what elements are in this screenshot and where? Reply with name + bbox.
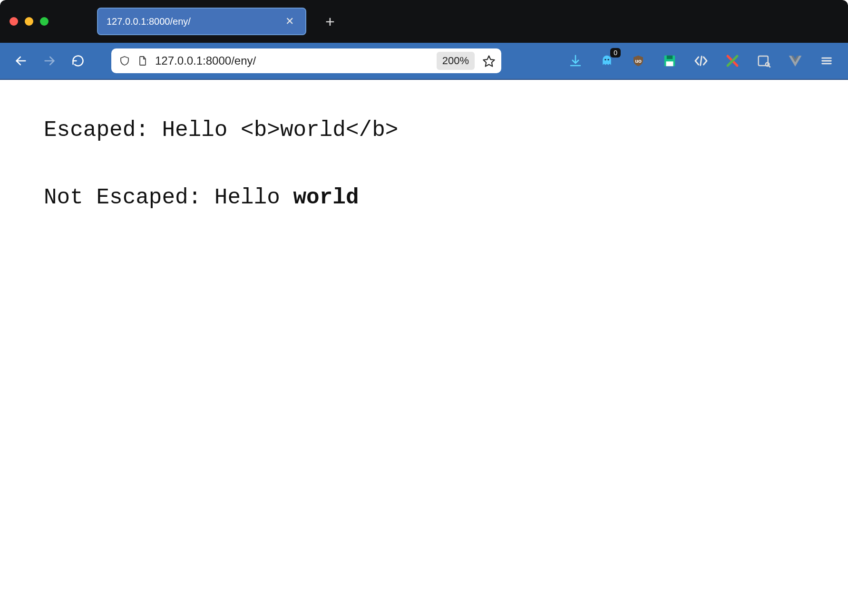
page-icon: [137, 55, 148, 67]
toolbar-extensions: 0 uo: [567, 53, 837, 69]
app-menu-button[interactable]: [819, 53, 835, 69]
hamburger-icon: [820, 54, 833, 67]
url-bar[interactable]: 127.0.0.1:8000/eny/ 200%: [111, 48, 501, 73]
tab-title: 127.0.0.1:8000/eny/: [107, 16, 283, 27]
page-content: Escaped: Hello <b>world</b> Not Escaped:…: [0, 80, 848, 291]
svg-text:uo: uo: [635, 58, 642, 64]
save-extension[interactable]: [662, 53, 678, 69]
not-escaped-bold: world: [293, 185, 359, 210]
browser-tab[interactable]: 127.0.0.1:8000/eny/ ✕: [97, 8, 306, 35]
svg-marker-2: [483, 56, 494, 67]
devtools-extension[interactable]: [693, 53, 709, 69]
not-escaped-line: Not Escaped: Hello world: [44, 185, 804, 210]
extension-badge: 0: [610, 48, 621, 58]
star-icon: [482, 54, 496, 67]
svg-rect-10: [666, 61, 673, 66]
window-maximize-button[interactable]: [40, 17, 49, 26]
download-icon: [568, 54, 583, 68]
code-icon: [693, 53, 709, 68]
escaped-value: Hello <b>world</b>: [162, 118, 398, 143]
browser-toolbar: 127.0.0.1:8000/eny/ 200% 0 uo: [0, 43, 848, 80]
window-controls: [10, 17, 49, 26]
noscript-extension[interactable]: [724, 53, 741, 69]
ghostery-extension[interactable]: 0: [599, 53, 615, 69]
window-minimize-button[interactable]: [25, 17, 33, 26]
not-escaped-prefix: Hello: [214, 185, 293, 210]
vue-devtools-extension[interactable]: [787, 53, 803, 69]
escaped-label: Escaped:: [44, 118, 162, 143]
window-close-button[interactable]: [10, 17, 18, 26]
vue-icon: [788, 54, 803, 68]
forward-button[interactable]: [40, 51, 59, 70]
arrow-left-icon: [14, 54, 28, 67]
escaped-line: Escaped: Hello <b>world</b>: [44, 118, 804, 143]
document-search-icon: [757, 54, 771, 68]
svg-point-5: [604, 59, 606, 61]
new-tab-button[interactable]: +: [325, 13, 335, 29]
url-text: 127.0.0.1:8000/eny/: [155, 54, 430, 67]
floppy-disk-icon: [663, 54, 677, 68]
back-button[interactable]: [11, 51, 30, 70]
reload-icon: [71, 54, 85, 67]
reload-button[interactable]: [68, 51, 88, 70]
reader-extension[interactable]: [756, 53, 772, 69]
not-escaped-label: Not Escaped:: [44, 185, 214, 210]
tab-close-button[interactable]: ✕: [283, 14, 297, 29]
ublock-shield-icon: uo: [631, 54, 645, 68]
bookmark-button[interactable]: [481, 53, 497, 68]
zoom-level-badge[interactable]: 200%: [437, 52, 475, 70]
cross-swords-icon: [725, 54, 740, 68]
svg-line-11: [701, 57, 702, 66]
arrow-right-icon: [43, 54, 56, 67]
svg-rect-9: [667, 56, 673, 59]
ublock-extension[interactable]: uo: [630, 53, 646, 69]
svg-line-16: [769, 66, 770, 67]
downloads-button[interactable]: [567, 53, 584, 69]
svg-rect-14: [759, 56, 768, 66]
svg-point-6: [607, 59, 609, 61]
window-titlebar: 127.0.0.1:8000/eny/ ✕ +: [0, 0, 848, 43]
shield-icon: [119, 55, 130, 67]
